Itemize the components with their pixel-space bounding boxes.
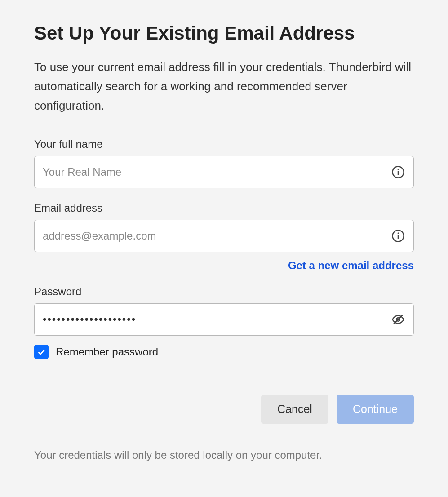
password-input-wrap bbox=[34, 303, 414, 336]
remember-row: Remember password bbox=[34, 345, 414, 359]
page-title: Set Up Your Existing Email Address bbox=[34, 22, 414, 44]
name-input[interactable] bbox=[34, 156, 414, 188]
new-email-link-row: Get a new email address bbox=[34, 259, 414, 272]
name-label: Your full name bbox=[34, 138, 414, 151]
name-field-group: Your full name bbox=[34, 138, 414, 188]
cancel-button[interactable]: Cancel bbox=[261, 395, 328, 424]
continue-button[interactable]: Continue bbox=[337, 395, 414, 424]
remember-checkbox[interactable] bbox=[34, 345, 49, 359]
info-icon[interactable] bbox=[390, 164, 406, 180]
new-email-link[interactable]: Get a new email address bbox=[288, 259, 414, 272]
email-label: Email address bbox=[34, 202, 414, 214]
password-input[interactable] bbox=[34, 303, 414, 336]
eye-off-icon[interactable] bbox=[390, 312, 406, 327]
remember-label: Remember password bbox=[56, 346, 158, 358]
page-subtitle: To use your current email address fill i… bbox=[34, 58, 414, 115]
info-icon[interactable] bbox=[390, 228, 406, 244]
button-row: Cancel Continue bbox=[34, 395, 414, 424]
svg-point-2 bbox=[398, 169, 399, 170]
footer-note: Your credentials will only be stored loc… bbox=[34, 449, 414, 462]
svg-point-5 bbox=[398, 232, 399, 234]
password-field-group: Password bbox=[34, 285, 414, 336]
email-input[interactable] bbox=[34, 220, 414, 252]
password-label: Password bbox=[34, 285, 414, 298]
name-input-wrap bbox=[34, 156, 414, 188]
email-field-group: Email address Get a new email address bbox=[34, 202, 414, 272]
email-input-wrap bbox=[34, 220, 414, 252]
